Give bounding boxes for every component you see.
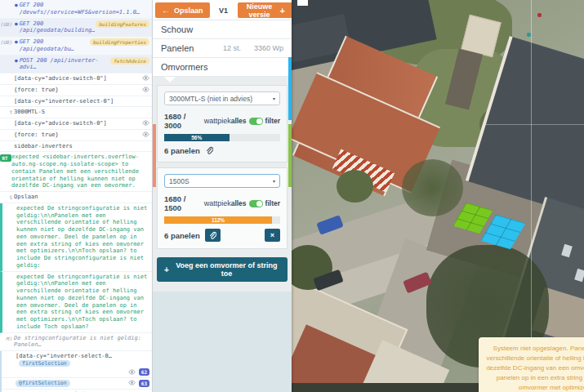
log-row-assert[interactable]: RTexpected <sidebar-inverters.overflow-a… <box>0 152 152 192</box>
snapshot-count-badge: 62 <box>139 368 149 376</box>
log-row-command[interactable]: sidebar-inverters <box>0 141 152 153</box>
log-row-command[interactable]: [data-cy="advice-switch-0"] <box>0 74 152 85</box>
alias-chip: @firstSelection <box>16 380 70 387</box>
log-tag: (UB) <box>0 38 14 46</box>
string2-color-strip <box>288 124 292 187</box>
map-gridline <box>531 0 532 392</box>
eye-icon[interactable] <box>139 75 149 81</box>
watt-unit: wattpiek <box>204 117 231 125</box>
log-row-xhr[interactable]: ●GET 200 /devwfs//service=WFS&version=1.… <box>0 0 152 19</box>
log-text: POST 200 /api/inverter-advi… <box>20 57 111 72</box>
log-tag <box>0 57 14 58</box>
map-tree <box>337 170 373 203</box>
confirm-text: De stringconfiguratie is niet geldig: Pa… <box>14 335 149 350</box>
panel-count-label: 6 panelen <box>164 231 200 240</box>
log-row-confirm[interactable]: M)De stringconfiguratie is niet geldig: … <box>0 333 152 352</box>
log-row-command[interactable]: {force: true} <box>0 130 152 141</box>
watt-ratio: 1680 / 3000 <box>164 112 201 130</box>
log-group: [data-cy="inverter-select-0…firstSelecti… <box>0 351 152 392</box>
log-row-alias[interactable]: @firstSelection63 <box>2 378 152 390</box>
log-row-command[interactable]: [data-cy="inverter-select-0"] <box>0 96 152 108</box>
log-row-xhr[interactable]: ●POST 200 /api/inverter-advi…fetchAdvice <box>0 56 152 74</box>
paperclip-button[interactable] <box>205 229 221 242</box>
inverter-sidebar: ←Opslaan V1 Nieuwe versie+ Schouw Panele… <box>153 0 292 392</box>
string-card-1: 3000MTL-S (niet in advies)▾ 1680 / 3000w… <box>157 85 288 163</box>
panel-count-label: 6 panelen <box>164 146 200 155</box>
watt-unit: wattpiek <box>204 199 231 207</box>
back-arrow-icon: ← <box>162 6 170 15</box>
save-button[interactable]: ←Opslaan <box>155 2 210 18</box>
log-row-command[interactable]: [data-cy="inverter-select-0…firstSelecti… <box>2 351 152 378</box>
map-tree <box>402 159 463 216</box>
zoom-control[interactable] <box>297 0 308 6</box>
log-text: 3000MTL-S <box>14 109 149 116</box>
eye-icon[interactable] <box>139 87 149 92</box>
new-version-button[interactable]: Nieuwe versie+ <box>238 2 292 18</box>
filter-label: filter <box>265 117 280 125</box>
route-badge: buildingFeatures <box>96 20 149 28</box>
eye-icon[interactable] <box>125 369 136 375</box>
add-inverter-button[interactable]: +Voeg een omvormer of string toe <box>157 257 288 282</box>
assert-text: expected De stringconfiguratie is niet g… <box>16 274 149 331</box>
version-tab[interactable]: V1 <box>210 2 238 18</box>
log-row-command[interactable]: T3000MTL-S <box>0 107 152 118</box>
section-panelen[interactable]: Panelen12 st.3360 Wp <box>153 38 292 58</box>
eye-icon[interactable] <box>139 120 149 126</box>
log-row-command[interactable]: SOpslaan <box>0 192 152 203</box>
log-text: sidebar-inverters <box>14 143 149 150</box>
map-canvas[interactable]: Systeem niet opgeslagen. Panelen met een… <box>292 0 584 392</box>
log-row-command[interactable]: {force: true} <box>0 85 152 96</box>
alles-label: alles <box>231 199 247 207</box>
log-row-command[interactable]: [data-cy="advice-switch-0"] <box>0 118 152 130</box>
test-runner-log[interactable]: ●GET 200 /devwfs//service=WFS&version=1.… <box>0 0 153 392</box>
assert-badge: RT <box>0 154 11 162</box>
log-row-assert[interactable]: expected De stringconfiguratie is niet g… <box>0 203 152 272</box>
paperclip-icon[interactable] <box>205 146 213 155</box>
capacity-bar: 56% <box>164 134 280 141</box>
log-text: GET 200 /devwfs//service=WFS&version=1.1… <box>20 2 149 16</box>
log-row-xhr[interactable]: (UB)●GET 200 /api/geodata/bu…buildingPro… <box>0 37 152 56</box>
watt-ratio: 1680 / 1500 <box>164 194 201 212</box>
log-text: GET 200 /api/geodata/building… <box>20 20 96 35</box>
filter-toggle[interactable] <box>249 118 263 125</box>
string1-color-strip <box>288 57 292 120</box>
log-text: [data-cy="advice-switch-0"] <box>14 120 139 127</box>
log-row-xhr[interactable]: (UB)●GET 200 /api/geodata/building…build… <box>0 19 152 38</box>
route-badge: buildingProperties <box>90 38 149 46</box>
plus-icon: + <box>280 6 285 16</box>
panel-toolbar: ←Opslaan V1 Nieuwe versie+ <box>153 0 292 20</box>
remove-string-button[interactable]: × <box>265 229 280 242</box>
log-text: [data-cy="advice-switch-0"] <box>14 75 139 82</box>
inverter-select-0[interactable]: 3000MTL-S (niet in advies)▾ <box>164 91 280 105</box>
panel-count: 12 st. <box>223 44 241 52</box>
section-notch <box>164 77 176 82</box>
map-gridline <box>486 124 584 125</box>
log-tag: (UB) <box>0 20 14 28</box>
map-bin-red <box>537 13 542 17</box>
string-card-2: 1500S▾ 1680 / 1500wattpiekallesfilter 11… <box>157 167 288 249</box>
log-tag: M) <box>0 335 14 342</box>
capacity-bar: 112% <box>164 216 280 224</box>
log-text: [data-cy="inverter-select-0"] <box>14 98 149 105</box>
capacity-fill: 112% <box>164 216 272 224</box>
snapshot-count-badge: 63 <box>139 380 149 387</box>
app-window: ●GET 200 /devwfs//service=WFS&version=1.… <box>0 0 584 392</box>
xhr-dot-icon: ● <box>15 57 18 64</box>
section-schouw[interactable]: Schouw <box>153 20 292 39</box>
xhr-dot-icon: ● <box>15 38 18 45</box>
plus-icon: + <box>164 265 169 274</box>
panel-power: 3360 Wp <box>241 44 283 52</box>
omvormers-section: 3000MTL-S (niet in advies)▾ 1680 / 3000w… <box>153 77 292 392</box>
eye-icon[interactable] <box>139 131 149 137</box>
log-tag: S <box>0 194 14 201</box>
filter-label: filter <box>265 199 280 207</box>
chevron-down-icon: ▾ <box>273 178 275 184</box>
section-omvormers[interactable]: Omvormers <box>153 57 292 77</box>
warning-toast: Systeem niet opgeslagen. Panelen met een… <box>479 337 584 392</box>
alias-chip: firstSelection <box>19 360 70 367</box>
log-row-assert[interactable]: expected De stringconfiguratie is niet g… <box>0 272 152 333</box>
filter-toggle[interactable] <box>249 200 263 207</box>
xhr-dot-icon: ● <box>15 20 18 27</box>
inverter-select-1[interactable]: 1500S▾ <box>164 174 280 188</box>
eye-icon[interactable] <box>125 380 136 385</box>
